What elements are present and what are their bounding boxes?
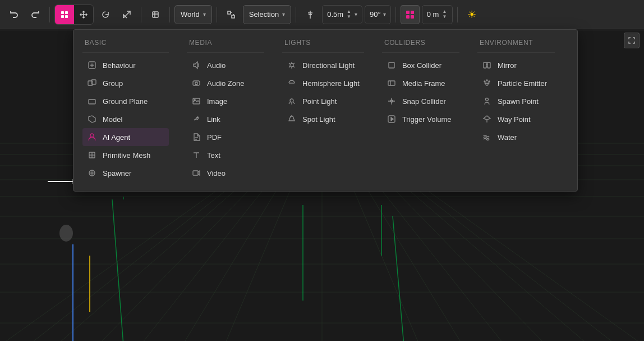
snap-up[interactable]: ▲ bbox=[346, 10, 352, 14]
svg-rect-96 bbox=[484, 62, 486, 68]
menu-item-group[interactable]: Group bbox=[82, 74, 169, 92]
menu-item-spawn-point[interactable]: Spawn Point bbox=[477, 92, 555, 110]
main-toolbar: World ▾ Selection ▾ 0.5m ▲ ▼ ▾ 90° ▾ bbox=[0, 0, 644, 29]
separator-1 bbox=[49, 7, 50, 22]
distance-up[interactable]: ▲ bbox=[441, 10, 448, 14]
water-icon bbox=[482, 132, 492, 142]
pdf-label: PDF bbox=[207, 133, 222, 142]
redo-button[interactable] bbox=[26, 5, 45, 24]
text-label: Text bbox=[207, 151, 220, 160]
svg-rect-39 bbox=[65, 15, 68, 18]
separator-2 bbox=[141, 7, 141, 22]
selection-dropdown-arrow: ▾ bbox=[282, 11, 285, 17]
menu-item-video[interactable]: Video bbox=[187, 164, 264, 182]
svg-point-86 bbox=[290, 99, 293, 102]
menu-item-ai-agent[interactable]: AI Agent bbox=[82, 128, 169, 146]
spawner-label: Spawner bbox=[103, 169, 131, 178]
menu-item-text[interactable]: Text bbox=[187, 146, 264, 164]
menu-item-link[interactable]: Link bbox=[187, 110, 264, 128]
svg-rect-60 bbox=[91, 80, 96, 84]
svg-rect-48 bbox=[232, 15, 234, 18]
menu-column-environment: Environment Mirror bbox=[468, 39, 564, 182]
tool-button-group bbox=[54, 4, 94, 25]
grid-view-button[interactable] bbox=[401, 5, 420, 24]
separator-3 bbox=[169, 7, 170, 22]
menu-item-trigger-volume[interactable]: Trigger Volume bbox=[382, 110, 459, 128]
menu-item-media-frame[interactable]: Media Frame bbox=[382, 74, 459, 92]
angle-arrow: ▾ bbox=[383, 11, 386, 17]
selection-dropdown[interactable]: Selection ▾ bbox=[243, 5, 291, 24]
distance-value-display: 0 m ▲ ▼ bbox=[422, 5, 453, 24]
snap-collider-label: Snap Collider bbox=[402, 97, 446, 106]
menu-item-pdf[interactable]: PDF bbox=[187, 128, 264, 146]
menu-item-directional-light[interactable]: Directional Light bbox=[282, 56, 364, 74]
menu-item-model[interactable]: Model bbox=[82, 110, 169, 128]
menu-item-image[interactable]: Image bbox=[187, 92, 264, 110]
link-icon bbox=[191, 114, 201, 124]
audio-icon bbox=[191, 60, 201, 70]
svg-line-79 bbox=[293, 63, 295, 64]
menu-item-hemisphere-light[interactable]: Hemisphere Light bbox=[282, 74, 364, 92]
svg-point-99 bbox=[486, 83, 488, 85]
menu-item-primitive-mesh[interactable]: Primitive Mesh bbox=[82, 146, 169, 164]
menu-columns-container: Basic Behaviour Group bbox=[73, 39, 577, 182]
svg-rect-36 bbox=[61, 11, 64, 14]
menu-item-audio[interactable]: Audio bbox=[187, 56, 264, 74]
snap-down[interactable]: ▼ bbox=[346, 15, 352, 19]
menu-item-water[interactable]: Water bbox=[477, 128, 555, 146]
menu-item-box-collider[interactable]: Box Collider bbox=[382, 56, 459, 74]
menu-item-spot-light[interactable]: Spot Light bbox=[282, 110, 364, 128]
svg-point-103 bbox=[485, 83, 486, 84]
svg-point-100 bbox=[484, 81, 485, 82]
menu-column-lights: Lights Directional Light bbox=[273, 39, 373, 182]
menu-item-behaviour[interactable]: Behaviour bbox=[82, 56, 169, 74]
svg-point-80 bbox=[290, 63, 293, 67]
world-dropdown-arrow: ▾ bbox=[203, 11, 206, 17]
menu-item-mirror[interactable]: Mirror bbox=[477, 56, 555, 74]
move-tool-button[interactable] bbox=[74, 5, 93, 24]
snap-toggle-button[interactable] bbox=[222, 5, 241, 24]
select-tool-button[interactable] bbox=[55, 5, 74, 24]
frame-button[interactable] bbox=[146, 5, 165, 24]
menu-item-particle-emitter[interactable]: Particle Emitter bbox=[477, 74, 555, 92]
svg-rect-47 bbox=[228, 11, 231, 14]
particle-emitter-label: Particle Emitter bbox=[498, 79, 547, 88]
snap-icon-button[interactable] bbox=[301, 5, 320, 24]
model-label: Model bbox=[103, 115, 122, 124]
svg-rect-59 bbox=[88, 81, 93, 85]
snap-value-display: 0.5m ▲ ▼ ▾ bbox=[322, 5, 362, 24]
svg-line-83 bbox=[293, 66, 295, 67]
scale-tool-button[interactable] bbox=[117, 5, 136, 24]
svg-rect-97 bbox=[487, 62, 490, 68]
rotate-tool-button[interactable] bbox=[96, 5, 115, 24]
menu-item-way-point[interactable]: Way Point bbox=[477, 110, 555, 128]
media-frame-label: Media Frame bbox=[402, 79, 445, 88]
snap-collider-icon bbox=[387, 96, 397, 106]
menu-item-spawner[interactable]: Spawner bbox=[82, 164, 169, 182]
menu-item-snap-collider[interactable]: Snap Collider bbox=[382, 92, 459, 110]
ai-agent-label: AI Agent bbox=[103, 133, 130, 142]
menu-item-ground-plane[interactable]: Ground Plane bbox=[82, 92, 169, 110]
box-collider-icon bbox=[387, 60, 397, 70]
svg-rect-76 bbox=[193, 171, 198, 175]
point-light-label: Point Light bbox=[302, 97, 337, 106]
svg-rect-55 bbox=[411, 11, 414, 14]
directional-light-label: Directional Light bbox=[302, 61, 355, 70]
menu-item-audio-zone[interactable]: Audio Zone bbox=[187, 74, 264, 92]
expand-button[interactable] bbox=[624, 33, 640, 48]
world-label: World bbox=[181, 10, 200, 19]
undo-button[interactable] bbox=[4, 5, 24, 24]
svg-rect-54 bbox=[406, 11, 410, 14]
distance-down[interactable]: ▼ bbox=[441, 15, 448, 19]
menu-item-point-light[interactable]: Point Light bbox=[282, 92, 364, 110]
hemisphere-light-label: Hemisphere Light bbox=[302, 79, 360, 88]
ai-agent-icon bbox=[87, 132, 97, 142]
audio-zone-label: Audio Zone bbox=[207, 79, 245, 88]
sun-button[interactable]: ☀ bbox=[462, 5, 481, 24]
environment-header: Environment bbox=[477, 39, 555, 53]
spot-light-label: Spot Light bbox=[302, 115, 335, 124]
svg-rect-57 bbox=[411, 15, 414, 19]
svg-point-105 bbox=[485, 98, 488, 101]
world-dropdown[interactable]: World ▾ bbox=[174, 5, 212, 24]
behaviour-icon bbox=[87, 60, 97, 70]
